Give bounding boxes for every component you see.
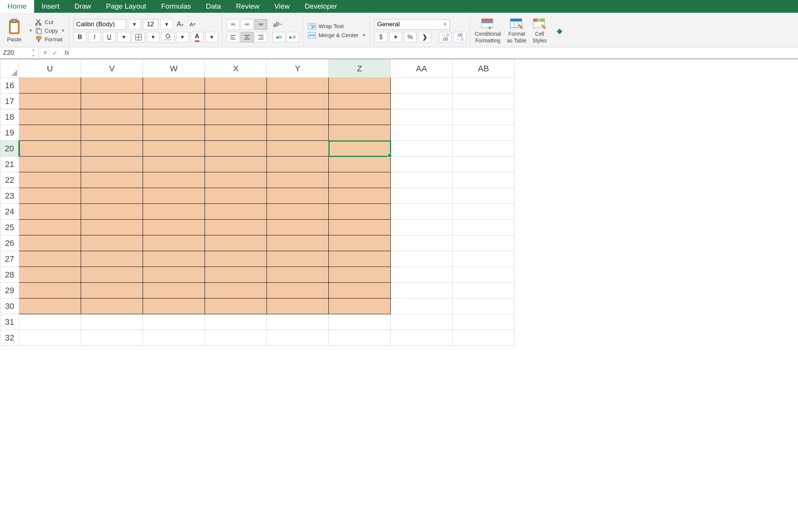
decrease-decimal-button[interactable]: .00 →.0 — [453, 32, 466, 42]
cell-W31[interactable] — [143, 314, 205, 330]
cell-V31[interactable] — [81, 314, 143, 330]
cell-AA20[interactable] — [391, 141, 453, 157]
cell-Z20[interactable] — [329, 141, 391, 157]
cell-X21[interactable] — [205, 157, 267, 172]
row-header-26[interactable]: 26 — [0, 235, 19, 251]
cell-AB31[interactable] — [453, 314, 515, 330]
cell-AB26[interactable] — [453, 235, 515, 251]
cell-X29[interactable] — [205, 283, 267, 298]
cell-X26[interactable] — [205, 235, 267, 251]
cell-Y32[interactable] — [267, 330, 329, 346]
cell-Y27[interactable] — [267, 251, 329, 267]
cell-Y26[interactable] — [267, 235, 329, 251]
tab-draw[interactable]: Draw — [67, 0, 98, 13]
cell-U30[interactable] — [19, 298, 81, 314]
font-color-button[interactable]: A — [191, 32, 203, 42]
fill-color-dropdown[interactable]: ▾ — [176, 32, 189, 42]
cell-Z16[interactable] — [329, 78, 391, 93]
cell-V23[interactable] — [81, 188, 143, 204]
cell-styles-button[interactable]: Cell Styles — [533, 18, 547, 44]
cell-W17[interactable] — [143, 93, 205, 109]
column-header-X[interactable]: X — [205, 60, 267, 78]
cell-V28[interactable] — [81, 267, 143, 283]
font-size-combo[interactable]: 12 — [143, 19, 158, 30]
align-right-button[interactable] — [254, 32, 267, 42]
tab-insert[interactable]: Insert — [34, 0, 67, 13]
cell-AA24[interactable] — [391, 204, 453, 220]
cell-W16[interactable] — [143, 78, 205, 93]
cell-AB21[interactable] — [453, 157, 515, 172]
number-format-combo[interactable]: General ▼ — [375, 19, 450, 30]
cell-AB28[interactable] — [453, 267, 515, 283]
align-middle-button[interactable]: ═ — [241, 19, 253, 30]
increase-font-button[interactable]: A▴ — [175, 19, 185, 30]
row-header-21[interactable]: 21 — [0, 157, 19, 172]
cell-W22[interactable] — [143, 172, 205, 188]
tab-view[interactable]: View — [267, 0, 297, 13]
align-top-button[interactable]: ═ — [227, 19, 239, 30]
cell-X31[interactable] — [205, 314, 267, 330]
cell-V27[interactable] — [81, 251, 143, 267]
cell-Z23[interactable] — [329, 188, 391, 204]
cell-Z31[interactable] — [329, 314, 391, 330]
cell-U16[interactable] — [19, 78, 81, 93]
cell-U19[interactable] — [19, 125, 81, 141]
cell-U25[interactable] — [19, 220, 81, 235]
cell-AA19[interactable] — [391, 125, 453, 141]
cell-W23[interactable] — [143, 188, 205, 204]
row-header-28[interactable]: 28 — [0, 267, 19, 283]
cell-U20[interactable] — [19, 141, 81, 157]
enter-formula-icon[interactable]: ✓ — [52, 49, 58, 57]
cell-AB16[interactable] — [453, 78, 515, 93]
cell-W20[interactable] — [143, 141, 205, 157]
cell-U29[interactable] — [19, 283, 81, 298]
cell-AA32[interactable] — [391, 330, 453, 346]
fill-color-button[interactable] — [161, 32, 174, 42]
formula-input[interactable] — [73, 47, 798, 58]
cell-V18[interactable] — [81, 109, 143, 125]
cut-button[interactable]: Cut — [35, 18, 65, 26]
cell-AA25[interactable] — [391, 220, 453, 235]
currency-dropdown[interactable]: ▾ — [389, 32, 402, 42]
cell-W24[interactable] — [143, 204, 205, 220]
font-name-combo[interactable]: Calibri (Body) — [74, 19, 126, 30]
cell-U26[interactable] — [19, 235, 81, 251]
cell-W27[interactable] — [143, 251, 205, 267]
fx-icon[interactable]: fx — [65, 50, 69, 56]
cell-Z18[interactable] — [329, 109, 391, 125]
cell-W29[interactable] — [143, 283, 205, 298]
cell-AA18[interactable] — [391, 109, 453, 125]
cell-V19[interactable] — [81, 125, 143, 141]
row-header-24[interactable]: 24 — [0, 204, 19, 220]
cell-AA23[interactable] — [391, 188, 453, 204]
cell-AB25[interactable] — [453, 220, 515, 235]
column-header-U[interactable]: U — [19, 60, 81, 78]
cell-AB29[interactable] — [453, 283, 515, 298]
decrease-indent-button[interactable]: ◂≡ — [273, 32, 285, 42]
underline-button[interactable]: U — [103, 32, 116, 42]
cell-U24[interactable] — [19, 204, 81, 220]
conditional-formatting-button[interactable]: ≠ Conditional Formatting — [475, 18, 501, 44]
cell-V17[interactable] — [81, 93, 143, 109]
cell-X27[interactable] — [205, 251, 267, 267]
cell-W25[interactable] — [143, 220, 205, 235]
cell-AA16[interactable] — [391, 78, 453, 93]
cell-U32[interactable] — [19, 330, 81, 346]
spreadsheet-grid[interactable]: UVWXYZAAAB161718192021222324252627282930… — [0, 59, 798, 532]
row-header-18[interactable]: 18 — [0, 109, 19, 125]
cell-U28[interactable] — [19, 267, 81, 283]
tab-home[interactable]: Home — [0, 0, 34, 13]
cell-X24[interactable] — [205, 204, 267, 220]
decrease-font-button[interactable]: A▾ — [187, 19, 198, 30]
cell-AB20[interactable] — [453, 141, 515, 157]
cell-Z32[interactable] — [329, 330, 391, 346]
cell-U27[interactable] — [19, 251, 81, 267]
row-header-27[interactable]: 27 — [0, 251, 19, 267]
cell-W18[interactable] — [143, 109, 205, 125]
cell-Y29[interactable] — [267, 283, 329, 298]
cell-Z28[interactable] — [329, 267, 391, 283]
cell-V32[interactable] — [81, 330, 143, 346]
currency-button[interactable]: $ — [375, 32, 387, 42]
cell-AB17[interactable] — [453, 93, 515, 109]
increase-decimal-button[interactable]: ←.0 .00 — [439, 32, 452, 42]
